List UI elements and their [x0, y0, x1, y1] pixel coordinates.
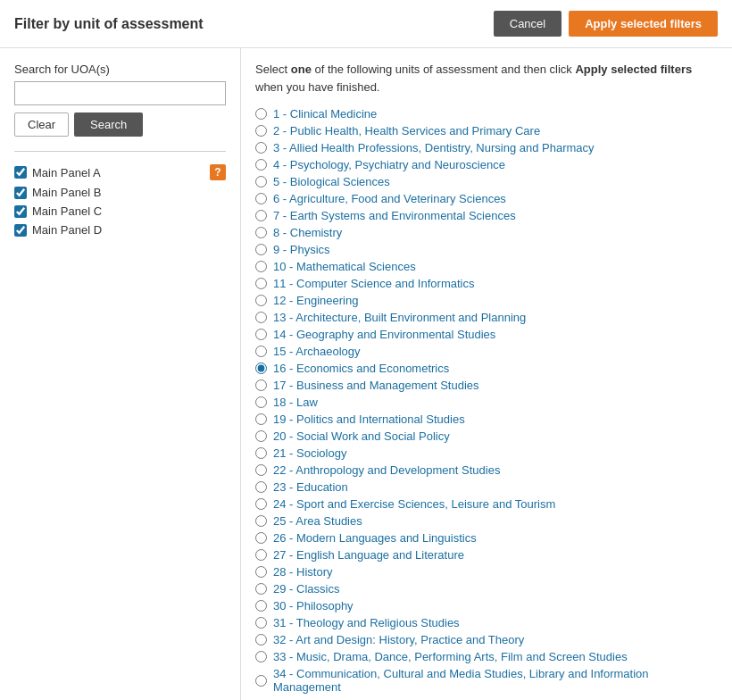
uoa-label-uoa20[interactable]: 20 - Social Work and Social Policy	[273, 429, 450, 443]
uoa-label-uoa31[interactable]: 31 - Theology and Religious Studies	[273, 616, 460, 629]
uoa-label-uoa33[interactable]: 33 - Music, Drama, Dance, Performing Art…	[273, 650, 628, 663]
uoa-label-uoa1[interactable]: 1 - Clinical Medicine	[273, 107, 377, 121]
panel-item-left: Main Panel D	[14, 223, 102, 237]
uoa-label-uoa24[interactable]: 24 - Sport and Exercise Sciences, Leisur…	[273, 497, 555, 511]
uoa-radio-uoa26[interactable]	[255, 532, 267, 544]
uoa-label-uoa19[interactable]: 19 - Politics and International Studies	[273, 412, 465, 426]
panel-label-panelA: Main Panel A	[32, 166, 101, 179]
uoa-label-uoa7[interactable]: 7 - Earth Systems and Environmental Scie…	[273, 209, 516, 222]
panel-checkbox-panelB[interactable]	[14, 187, 27, 199]
search-buttons: Clear Search	[14, 112, 226, 137]
uoa-label-uoa8[interactable]: 8 - Chemistry	[273, 226, 342, 239]
uoa-radio-uoa13[interactable]	[255, 312, 267, 323]
header-cancel-button[interactable]: Cancel	[494, 11, 561, 37]
uoa-radio-uoa11[interactable]	[255, 278, 267, 289]
clear-button[interactable]: Clear	[14, 112, 69, 137]
search-input[interactable]	[14, 81, 226, 105]
uoa-label-uoa2[interactable]: 2 - Public Health, Health Services and P…	[273, 124, 540, 138]
uoa-label-uoa9[interactable]: 9 - Physics	[273, 243, 330, 256]
uoa-item: 17 - Business and Management Studies	[255, 378, 718, 393]
panel-checkbox-panelC[interactable]	[14, 205, 27, 218]
uoa-radio-uoa28[interactable]	[255, 566, 267, 578]
uoa-item: 5 - Biological Sciences	[255, 174, 718, 189]
uoa-radio-uoa24[interactable]	[255, 498, 267, 510]
uoa-item: 1 - Clinical Medicine	[255, 106, 718, 121]
uoa-radio-uoa30[interactable]	[255, 600, 267, 612]
panel-item: Main Panel A?	[14, 164, 226, 180]
uoa-label-uoa6[interactable]: 6 - Agriculture, Food and Veterinary Sci…	[273, 192, 506, 205]
uoa-radio-uoa6[interactable]	[255, 193, 267, 204]
search-button[interactable]: Search	[74, 112, 143, 137]
uoa-radio-uoa7[interactable]	[255, 210, 267, 221]
uoa-item: 30 - Philosophy	[255, 598, 718, 613]
header-apply-button[interactable]: Apply selected filters	[569, 11, 718, 37]
uoa-label-uoa25[interactable]: 25 - Area Studies	[273, 514, 362, 528]
uoa-label-uoa11[interactable]: 11 - Computer Science and Informatics	[273, 277, 474, 290]
uoa-item: 12 - Engineering	[255, 293, 718, 308]
panel-item-left: Main Panel B	[14, 186, 101, 199]
uoa-item: 13 - Architecture, Built Environment and…	[255, 310, 718, 325]
uoa-radio-uoa32[interactable]	[255, 634, 267, 646]
uoa-label-uoa4[interactable]: 4 - Psychology, Psychiatry and Neuroscie…	[273, 158, 505, 171]
uoa-label-uoa13[interactable]: 13 - Architecture, Built Environment and…	[273, 311, 526, 324]
uoa-radio-uoa15[interactable]	[255, 346, 267, 357]
uoa-label-uoa30[interactable]: 30 - Philosophy	[273, 599, 354, 612]
uoa-item: 29 - Classics	[255, 581, 718, 596]
uoa-radio-uoa31[interactable]	[255, 617, 267, 629]
help-icon[interactable]: ?	[210, 164, 226, 180]
uoa-radio-uoa29[interactable]	[255, 583, 267, 595]
panel-item-left: Main Panel A	[14, 166, 101, 179]
uoa-radio-uoa17[interactable]	[255, 379, 267, 391]
uoa-label-uoa15[interactable]: 15 - Archaeology	[273, 345, 361, 358]
panel-group: Main Panel A?Main Panel BMain Panel CMai…	[14, 164, 226, 237]
uoa-item: 15 - Archaeology	[255, 344, 718, 359]
uoa-label-uoa23[interactable]: 23 - Education	[273, 480, 348, 494]
uoa-label-uoa12[interactable]: 12 - Engineering	[273, 294, 358, 307]
uoa-radio-uoa18[interactable]	[255, 396, 267, 408]
uoa-label-uoa3[interactable]: 3 - Allied Health Professions, Dentistry…	[273, 141, 595, 154]
uoa-radio-uoa21[interactable]	[255, 447, 267, 459]
uoa-label-uoa5[interactable]: 5 - Biological Sciences	[273, 175, 390, 188]
uoa-radio-uoa12[interactable]	[255, 295, 267, 306]
uoa-radio-uoa14[interactable]	[255, 329, 267, 340]
uoa-label-uoa32[interactable]: 32 - Art and Design: History, Practice a…	[273, 633, 524, 646]
uoa-label-uoa10[interactable]: 10 - Mathematical Sciences	[273, 260, 416, 273]
uoa-label-uoa16[interactable]: 16 - Economics and Econometrics	[273, 362, 449, 375]
uoa-radio-uoa34[interactable]	[255, 675, 267, 687]
uoa-radio-uoa33[interactable]	[255, 651, 267, 662]
uoa-item: 22 - Anthropology and Development Studie…	[255, 462, 718, 478]
uoa-item: 16 - Economics and Econometrics	[255, 361, 718, 376]
uoa-radio-uoa1[interactable]	[255, 108, 267, 120]
uoa-radio-uoa4[interactable]	[255, 159, 267, 171]
uoa-label-uoa28[interactable]: 28 - History	[273, 565, 332, 579]
uoa-radio-uoa23[interactable]	[255, 481, 267, 493]
uoa-label-uoa14[interactable]: 14 - Geography and Environmental Studies	[273, 328, 495, 341]
uoa-label-uoa22[interactable]: 22 - Anthropology and Development Studie…	[273, 463, 500, 477]
uoa-radio-uoa5[interactable]	[255, 176, 267, 188]
uoa-radio-uoa25[interactable]	[255, 515, 267, 527]
uoa-radio-uoa19[interactable]	[255, 413, 267, 425]
uoa-radio-uoa2[interactable]	[255, 125, 267, 137]
uoa-radio-uoa20[interactable]	[255, 430, 267, 442]
uoa-radio-uoa22[interactable]	[255, 464, 267, 476]
uoa-radio-uoa10[interactable]	[255, 261, 267, 272]
search-label: Search for UOA(s)	[14, 62, 226, 76]
modal-header: Filter by unit of assessment Cancel Appl…	[0, 0, 732, 48]
uoa-label-uoa18[interactable]: 18 - Law	[273, 396, 318, 409]
uoa-radio-uoa3[interactable]	[255, 142, 267, 154]
header-buttons: Cancel Apply selected filters	[494, 11, 718, 37]
uoa-label-uoa34[interactable]: 34 - Communication, Cultural and Media S…	[273, 667, 718, 694]
uoa-radio-uoa27[interactable]	[255, 549, 267, 561]
uoa-label-uoa29[interactable]: 29 - Classics	[273, 582, 339, 596]
uoa-label-uoa26[interactable]: 26 - Modern Languages and Linguistics	[273, 531, 477, 545]
panel-checkbox-panelD[interactable]	[14, 224, 27, 237]
panel-item-left: Main Panel C	[14, 204, 102, 218]
panel-checkbox-panelA[interactable]	[14, 166, 27, 179]
uoa-label-uoa27[interactable]: 27 - English Language and Literature	[273, 548, 464, 562]
uoa-radio-uoa16[interactable]	[255, 362, 267, 374]
uoa-label-uoa21[interactable]: 21 - Sociology	[273, 446, 346, 460]
modal-title: Filter by unit of assessment	[14, 16, 204, 32]
uoa-radio-uoa8[interactable]	[255, 227, 267, 238]
uoa-label-uoa17[interactable]: 17 - Business and Management Studies	[273, 379, 479, 392]
uoa-radio-uoa9[interactable]	[255, 244, 267, 255]
